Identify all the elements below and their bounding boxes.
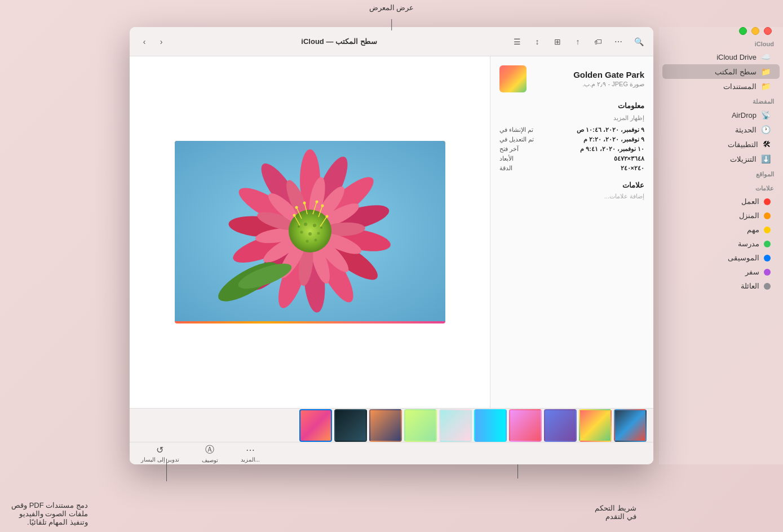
annotation-gallery-view: عرض المعرض — [369, 3, 414, 12]
svg-point-34 — [317, 232, 320, 235]
rotate-button[interactable]: ↺ تدوير إلى اليسار — [141, 445, 179, 463]
modified-value: ٩ نوفمبر، ٢٠٢٠، ٢:٢٠ م — [583, 136, 644, 143]
sidebar-item-airdrop[interactable]: 📡 AirDrop — [662, 108, 780, 122]
desktop-icon: 📁 — [761, 67, 771, 76]
sidebar-item-tag-work[interactable]: العمل — [662, 194, 780, 209]
share-button[interactable]: ↑ — [570, 34, 586, 50]
sidebar-item-tag-travel[interactable]: سفر — [662, 265, 780, 279]
dimensions-row: ٣٦٤٨×٥٤٧٢ الأبعاد — [499, 155, 644, 162]
icloud-drive-icon: ☁️ — [761, 52, 771, 61]
sidebar-tag-music-label: الموسيقى — [728, 254, 759, 262]
svg-point-33 — [300, 231, 303, 234]
dimensions-label: الأبعاد — [499, 155, 514, 162]
thumbnail-1[interactable] — [614, 409, 647, 442]
file-info-text: Golden Gate Park صورة JPEG - ٢٫٩ م.ب. — [573, 70, 644, 88]
view-button[interactable]: ⊞ — [550, 34, 565, 50]
tag-button[interactable]: 🏷 — [590, 34, 606, 50]
thumbnail-6[interactable] — [439, 409, 472, 442]
content-area: Golden Gate Park صورة JPEG - ٢٫٩ م.ب. مع… — [130, 56, 653, 408]
airdrop-icon: 📡 — [761, 110, 771, 119]
svg-point-48 — [293, 214, 295, 217]
nav-back-button[interactable]: ‹ — [153, 34, 169, 50]
sort-button[interactable]: ↕ — [529, 34, 545, 50]
actions-row: ⋯ ...المزيد Ⓐ توصيف ↺ تدوير إلى اليسار — [130, 442, 653, 464]
sidebar-tag-home-label: المنزل — [739, 211, 759, 220]
sidebar-tags-header: علامات — [659, 180, 783, 194]
sidebar-tag-school-label: مدرسة — [738, 240, 759, 248]
opened-row: ١٠ نوفمبر، ٢٠٢٠، ٩:٤١ م آخر فتح — [499, 145, 644, 153]
sidebar-favorites-header: المفضلة — [659, 94, 783, 108]
window-title: سطح المكتب — iCloud — [174, 37, 505, 46]
svg-point-46 — [295, 206, 298, 209]
sidebar-item-documents[interactable]: 📁 المستندات — [662, 79, 780, 94]
sidebar: iCloud ☁️ iCloud Drive 📁 سطح المكتب 📁 ال… — [659, 27, 783, 464]
tag-work-dot — [764, 198, 771, 205]
sidebar-item-tag-school[interactable]: مدرسة — [662, 237, 780, 251]
sidebar-airdrop-label: AirDrop — [732, 111, 757, 119]
arrange-button[interactable]: ☰ — [509, 34, 525, 50]
traffic-lights — [739, 27, 772, 35]
svg-point-36 — [314, 239, 317, 242]
close-button[interactable] — [764, 27, 772, 35]
svg-point-42 — [315, 201, 318, 203]
fullscreen-button[interactable] — [739, 27, 747, 35]
tags-add-placeholder[interactable]: إضافة علامات... — [499, 193, 644, 200]
more-actions-label: ...المزيد — [241, 456, 260, 463]
applications-icon: 🛠 — [763, 140, 771, 149]
image-preview — [175, 141, 445, 323]
annotation-bottom-right: شريط التحكم في التقدم — [595, 504, 636, 521]
svg-point-37 — [298, 225, 300, 228]
thumbnail-4[interactable] — [509, 409, 542, 442]
thumbnail-2[interactable] — [579, 409, 612, 442]
finder-window: ‹ › سطح المكتب — iCloud ☰ ↕ ⊞ ↑ 🏷 ⋯ 🔍 Go… — [130, 27, 653, 464]
svg-point-30 — [304, 223, 307, 226]
sidebar-item-tag-important[interactable]: مهم — [662, 223, 780, 237]
sidebar-item-recents[interactable]: 🕐 الحديثة — [662, 122, 780, 137]
sidebar-item-tag-home[interactable]: المنزل — [662, 209, 780, 223]
annotation-gallery-view-line — [392, 19, 392, 30]
sidebar-tag-travel-label: سفر — [745, 268, 759, 276]
show-more-link[interactable]: إظهار المزيد — [499, 114, 644, 122]
file-header: Golden Gate Park صورة JPEG - ٢٫٩ م.ب. — [499, 65, 644, 92]
thumbnail-9[interactable] — [334, 409, 367, 442]
modified-label: تم التعديل في — [499, 136, 534, 143]
describe-button[interactable]: Ⓐ توصيف — [202, 444, 218, 463]
tags-section-title: علامات — [499, 181, 644, 189]
sidebar-item-desktop[interactable]: 📁 سطح المكتب — [662, 64, 780, 79]
tag-family-dot — [764, 283, 771, 290]
annotation-br-connector-line — [517, 464, 518, 478]
thumbnail-10[interactable] — [299, 409, 332, 442]
nav-forward-button[interactable]: › — [136, 34, 152, 50]
created-value: ٩ نوفمبر، ٢٠٢٠، ١٠:٤٦ ص — [577, 126, 644, 134]
sidebar-item-downloads[interactable]: ⬇️ التنزيلات — [662, 152, 780, 166]
sidebar-item-tag-music[interactable]: الموسيقى — [662, 251, 780, 265]
sidebar-downloads-label: التنزيلات — [730, 155, 757, 163]
thumbnail-8[interactable] — [369, 409, 402, 442]
toolbar: ‹ › سطح المكتب — iCloud ☰ ↕ ⊞ ↑ 🏷 ⋯ 🔍 — [130, 27, 653, 56]
recents-icon: 🕐 — [761, 125, 771, 134]
search-button[interactable]: 🔍 — [631, 34, 647, 50]
annotation-bottom-left: دمج مستندات PDF وقص ملفات الصوت والفيديو… — [11, 501, 88, 526]
rotate-label: تدوير إلى اليسار — [141, 456, 179, 463]
tag-school-dot — [764, 241, 771, 247]
more-button[interactable]: ⋯ — [611, 34, 626, 50]
preview-area — [130, 56, 490, 408]
created-row: ٩ نوفمبر، ٢٠٢٠، ١٠:٤٦ ص تم الإنشاء في — [499, 126, 644, 134]
sidebar-item-applications[interactable]: 🛠 التطبيقات — [662, 137, 780, 152]
sidebar-item-icloud-drive[interactable]: ☁️ iCloud Drive — [662, 50, 780, 64]
thumbnail-3[interactable] — [544, 409, 577, 442]
sidebar-tag-work-label: العمل — [741, 197, 759, 206]
sidebar-item-tag-family[interactable]: العائلة — [662, 279, 780, 293]
describe-label: توصيف — [202, 457, 218, 463]
more-actions-button[interactable]: ⋯ ...المزيد — [241, 445, 260, 463]
svg-point-44 — [321, 205, 324, 207]
minimize-button[interactable] — [751, 27, 759, 35]
rotate-icon: ↺ — [156, 445, 163, 455]
sidebar-recents-label: الحديثة — [735, 126, 757, 134]
tags-section: علامات إضافة علامات... — [499, 181, 644, 200]
thumbnail-5[interactable] — [474, 409, 507, 442]
sidebar-tag-important-label: مهم — [747, 225, 759, 234]
resolution-row: ٢٤٠×٢٤٠ الدقة — [499, 165, 644, 172]
thumbnail-7[interactable] — [404, 409, 437, 442]
bottom-strip: ⋯ ...المزيد Ⓐ توصيف ↺ تدوير إلى اليسار — [130, 408, 653, 464]
